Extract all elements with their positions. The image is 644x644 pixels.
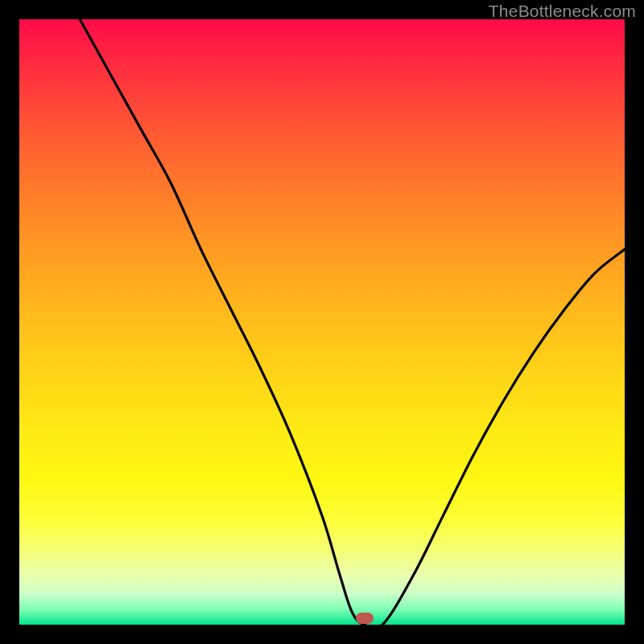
- watermark-text: TheBottleneck.com: [489, 2, 636, 21]
- minimum-marker: [356, 613, 374, 624]
- bottleneck-curve: [19, 19, 625, 625]
- plot-area: [19, 19, 625, 625]
- chart-frame: TheBottleneck.com: [0, 0, 644, 644]
